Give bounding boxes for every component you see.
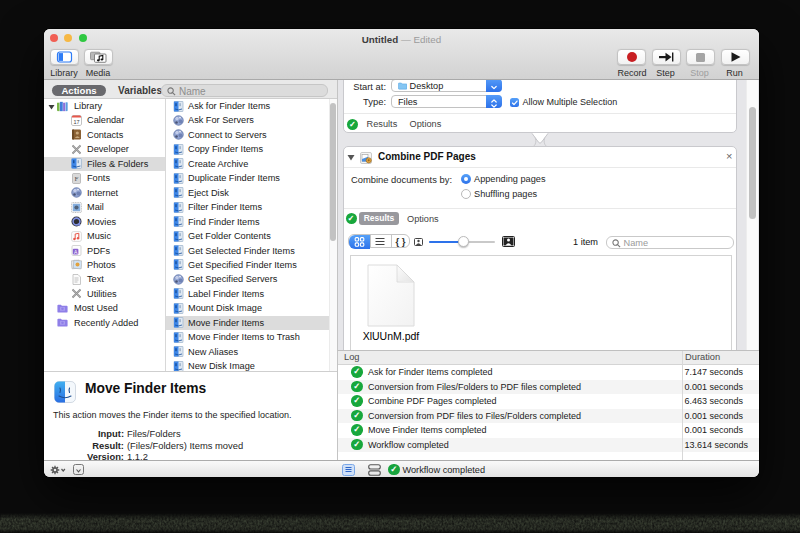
svg-text:F: F xyxy=(75,175,79,183)
svg-text:17: 17 xyxy=(73,119,79,125)
